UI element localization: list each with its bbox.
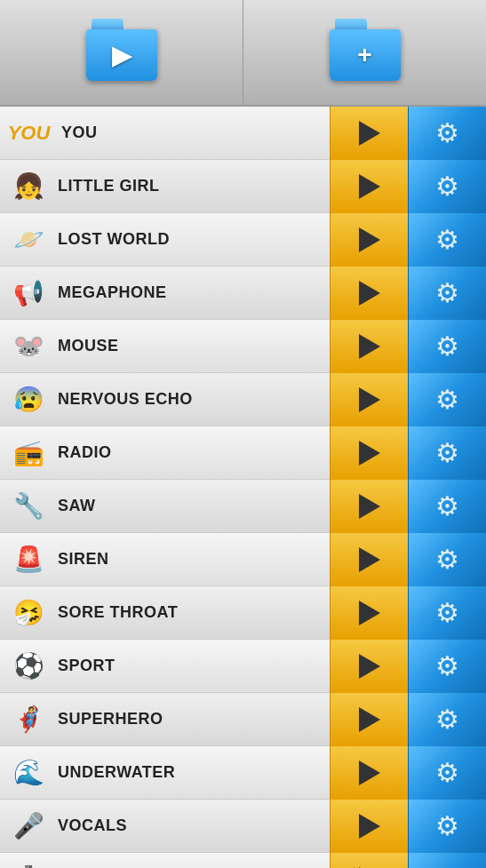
gear-icon-vocals: ⚙ — [435, 810, 459, 841]
item-icon-saw: 🔧 — [0, 491, 58, 521]
gear-icon-siren: ⚙ — [435, 544, 459, 575]
settings-button-more[interactable]: ⚙ — [408, 853, 486, 869]
action-buttons-you: ⚙ — [330, 107, 486, 160]
list-item-siren: 🚨 SIREN ⚙ — [0, 533, 486, 586]
play-button-vocals[interactable] — [330, 800, 408, 853]
item-label-underwater: UNDERWATER — [58, 763, 330, 782]
item-icon-superhero: 🦸 — [0, 705, 58, 734]
settings-button-you[interactable]: ⚙ — [408, 107, 486, 160]
item-label-nervous-echo: NERVOUS ECHO — [58, 390, 330, 409]
settings-button-mouse[interactable]: ⚙ — [408, 320, 486, 373]
action-buttons-sport: ⚙ — [330, 640, 486, 693]
gear-icon-radio: ⚙ — [435, 437, 459, 468]
item-icon-lost-world: 🪐 — [0, 225, 58, 254]
action-buttons-lost-world: ⚙ — [330, 213, 486, 267]
my-recordings-icon: ▶ — [86, 19, 157, 81]
action-buttons-vocals: ⚙ — [330, 800, 486, 853]
gear-icon-superhero: ⚙ — [435, 704, 459, 735]
gear-icon-more: ⚙ — [435, 864, 459, 868]
play-button-radio[interactable] — [330, 426, 408, 480]
list-item-superhero: 🦸 SUPERHERO ⚙ — [0, 693, 486, 746]
item-icon-sore-throat: 🤧 — [0, 598, 58, 627]
item-label-megaphone: MEGAPHONE — [58, 283, 330, 302]
play-button-lost-world[interactable] — [330, 213, 408, 267]
gear-icon-lost-world: ⚙ — [435, 224, 459, 255]
list-item-vocals: 🎤 VOCALS ⚙ — [0, 800, 486, 853]
item-label-sport: SPORT — [58, 657, 330, 675]
play-button-siren[interactable] — [330, 533, 408, 586]
settings-button-saw[interactable]: ⚙ — [408, 480, 486, 533]
play-button-you[interactable] — [330, 107, 408, 160]
settings-button-little-girl[interactable]: ⚙ — [408, 160, 486, 213]
play-button-sport[interactable] — [330, 640, 408, 693]
play-button-little-girl[interactable] — [330, 160, 408, 213]
list-item-sore-throat: 🤧 SORE THROAT ⚙ — [0, 586, 486, 640]
list-item-lost-world: 🪐 LOST WORLD ⚙ — [0, 213, 486, 267]
action-buttons-nervous-echo: ⚙ — [330, 373, 486, 426]
gear-icon-saw: ⚙ — [435, 490, 459, 522]
list-item-megaphone: 📢 MEGAPHONE ⚙ — [0, 267, 486, 320]
item-label-little-girl: LITTLE GIRL — [58, 177, 330, 195]
you-badge: YOU — [0, 122, 58, 145]
action-buttons-superhero: ⚙ — [330, 693, 486, 746]
action-buttons-little-girl: ⚙ — [330, 160, 486, 213]
action-buttons-siren: ⚙ — [330, 533, 486, 586]
item-icon-little-girl: 👧 — [0, 171, 58, 201]
list-item-you: YOU YOU ⚙ — [0, 107, 486, 160]
record-new-section[interactable]: + — [243, 0, 486, 105]
settings-button-siren[interactable]: ⚙ — [408, 533, 486, 586]
list-item-little-girl: 👧 LITTLE GIRL ⚙ — [0, 160, 486, 213]
settings-button-vocals[interactable]: ⚙ — [408, 800, 486, 853]
item-label-you: YOU — [61, 123, 330, 142]
item-icon-siren: 🚨 — [0, 545, 58, 574]
item-label-siren: SIREN — [58, 550, 330, 569]
item-icon-nervous-echo: 😰 — [0, 385, 58, 414]
play-button-sore-throat[interactable] — [330, 586, 408, 640]
item-icon-underwater: 🌊 — [0, 758, 58, 787]
item-icon-mouse: 🐭 — [0, 331, 58, 361]
my-recordings-section[interactable]: ▶ — [0, 0, 243, 105]
list-item-mouse: 🐭 MOUSE ⚙ — [0, 320, 486, 373]
action-buttons-saw: ⚙ — [330, 480, 486, 533]
gear-icon-you: ⚙ — [435, 117, 459, 148]
gear-icon-megaphone: ⚙ — [435, 277, 459, 308]
action-buttons-megaphone: ⚙ — [330, 267, 486, 320]
play-button-underwater[interactable] — [330, 746, 408, 800]
list-item-more: ➕ ... ⚙ — [0, 853, 486, 868]
item-label-vocals: VOCALS — [58, 816, 330, 835]
play-button-mouse[interactable] — [330, 320, 408, 373]
play-button-superhero[interactable] — [330, 693, 408, 746]
item-icon-radio: 📻 — [0, 438, 58, 467]
list-item-saw: 🔧 SAW ⚙ — [0, 480, 486, 533]
settings-button-underwater[interactable]: ⚙ — [408, 746, 486, 800]
item-icon-megaphone: 📢 — [0, 278, 58, 307]
play-button-more[interactable] — [330, 853, 408, 869]
item-icon-vocals: 🎤 — [0, 811, 58, 840]
settings-button-sore-throat[interactable]: ⚙ — [408, 586, 486, 640]
play-button-megaphone[interactable] — [330, 267, 408, 320]
item-icon-more: ➕ — [0, 864, 58, 868]
gear-icon-nervous-echo: ⚙ — [435, 384, 459, 415]
action-buttons-sore-throat: ⚙ — [330, 586, 486, 640]
settings-button-nervous-echo[interactable]: ⚙ — [408, 373, 486, 426]
item-label-saw: SAW — [58, 497, 330, 515]
action-buttons-more: ⚙ — [330, 853, 486, 869]
action-buttons-mouse: ⚙ — [330, 320, 486, 373]
item-label-radio: RADIO — [58, 443, 330, 462]
play-button-nervous-echo[interactable] — [330, 373, 408, 426]
settings-button-radio[interactable]: ⚙ — [408, 426, 486, 480]
action-buttons-underwater: ⚙ — [330, 746, 486, 800]
gear-icon-underwater: ⚙ — [435, 757, 459, 788]
item-icon-sport: ⚽ — [0, 651, 58, 681]
settings-button-superhero[interactable]: ⚙ — [408, 693, 486, 746]
play-button-saw[interactable] — [330, 480, 408, 533]
action-buttons-radio: ⚙ — [330, 426, 486, 480]
gear-icon-little-girl: ⚙ — [435, 171, 459, 202]
list-item-sport: ⚽ SPORT ⚙ — [0, 640, 486, 693]
settings-button-lost-world[interactable]: ⚙ — [408, 213, 486, 267]
settings-button-megaphone[interactable]: ⚙ — [408, 267, 486, 320]
gear-icon-mouse: ⚙ — [435, 330, 459, 362]
app-header: ▶ + — [0, 0, 486, 107]
settings-button-sport[interactable]: ⚙ — [408, 640, 486, 693]
item-label-lost-world: LOST WORLD — [58, 230, 330, 249]
